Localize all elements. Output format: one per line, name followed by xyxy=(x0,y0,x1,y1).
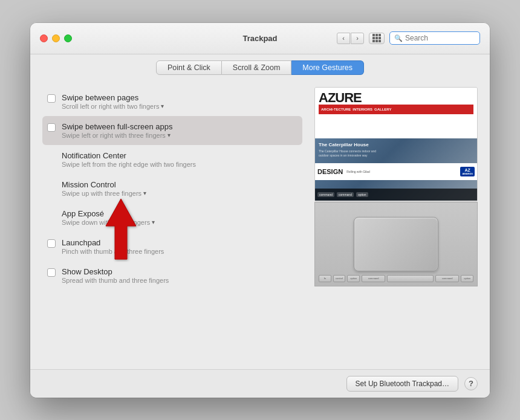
trackpad-window: Trackpad ‹ › 🔍 Point & Click Scroll & Zo xyxy=(30,23,490,398)
grid-icon xyxy=(372,34,381,42)
help-button[interactable]: ? xyxy=(464,377,478,390)
content: Swipe between pages Scroll left or right… xyxy=(30,81,490,369)
azure-hero-subtitle: The Caterpillar House connects indoor an… xyxy=(319,149,379,158)
setting-title-app-expose: App Exposé xyxy=(62,209,297,218)
nav-buttons: ‹ › xyxy=(337,33,364,44)
close-button[interactable] xyxy=(40,34,48,42)
search-icon: 🔍 xyxy=(394,34,403,42)
setting-show-desktop[interactable]: Show Desktop Spread with thumb and three… xyxy=(42,261,302,290)
tab-scroll-zoom[interactable]: Scroll & Zoom xyxy=(222,60,292,75)
setting-text-show-desktop: Show Desktop Spread with thumb and three… xyxy=(62,267,297,284)
checkbox-notification-center xyxy=(47,152,56,161)
trackpad-surface xyxy=(354,217,438,271)
setting-text-notification: Notification Center Swipe left from the … xyxy=(62,151,297,168)
content-wrapper: Swipe between pages Scroll left or right… xyxy=(30,81,490,369)
setting-title-swipe-pages: Swipe between pages xyxy=(62,93,297,102)
option-key: option xyxy=(356,192,368,197)
azure-bottom-strip: command command option xyxy=(315,189,477,201)
checkbox-app-expose xyxy=(47,210,56,219)
settings-list: Swipe between pages Scroll left or right… xyxy=(42,87,302,357)
search-box[interactable]: 🔍 xyxy=(389,31,480,45)
tab-point-click[interactable]: Point & Click xyxy=(156,60,222,75)
dropdown-arrow-expose: ▾ xyxy=(152,219,155,225)
dropdown-arrow-swipe-apps: ▾ xyxy=(167,132,171,138)
setting-swipe-apps[interactable]: Swipe between full-screen apps Swipe lef… xyxy=(42,116,302,145)
setting-title-swipe-apps: Swipe between full-screen apps xyxy=(62,122,297,131)
setting-notification-center[interactable]: Notification Center Swipe left from the … xyxy=(42,145,302,174)
titlebar: Trackpad ‹ › 🔍 xyxy=(30,23,490,54)
setting-text-mission-control: Mission Control Swipe up with three fing… xyxy=(62,180,297,197)
traffic-lights xyxy=(40,34,72,42)
setting-app-expose[interactable]: App Exposé Swipe down with three fingers… xyxy=(42,203,302,232)
kb-ctrl: control xyxy=(333,275,346,282)
checkbox-mission-control xyxy=(47,181,56,190)
setting-subtitle-launchpad: Pinch with thumb and three fingers xyxy=(62,248,297,255)
setting-subtitle-notification: Swipe left from the right edge with two … xyxy=(62,161,297,168)
checkbox-swipe-apps[interactable] xyxy=(47,123,56,132)
setting-subtitle-swipe-pages: Scroll left or right with two fingers ▾ xyxy=(62,103,297,110)
azure-nav: ARCHI-TECTURE INTERIORS GALLERY xyxy=(319,105,473,114)
setting-text-swipe-apps: Swipe between full-screen apps Swipe lef… xyxy=(62,122,297,139)
preview-image: AZURE ARCHI-TECTURE INTERIORS GALLERY Th… xyxy=(314,87,478,202)
setting-subtitle-swipe-apps: Swipe left or right with three fingers ▾ xyxy=(62,132,297,139)
tabs-bar: Point & Click Scroll & Zoom More Gesture… xyxy=(30,54,490,81)
back-button[interactable]: ‹ xyxy=(337,33,350,44)
design-label: DESIGN xyxy=(317,168,343,175)
azure-top: AZURE ARCHI-TECTURE INTERIORS GALLERY xyxy=(315,88,477,139)
search-input[interactable] xyxy=(405,34,475,42)
azure-logo: AZURE xyxy=(319,91,473,105)
grid-view-button[interactable] xyxy=(369,33,385,44)
kb-spacebar xyxy=(387,275,434,282)
az-badge: AZ AWARDS xyxy=(460,167,475,176)
window-title: Trackpad xyxy=(242,34,277,43)
checkbox-launchpad[interactable] xyxy=(47,239,56,248)
setting-subtitle-show-desktop: Spread with thumb and three fingers xyxy=(62,277,297,284)
setting-swipe-pages[interactable]: Swipe between pages Scroll left or right… xyxy=(42,87,302,116)
setting-title-launchpad: Launchpad xyxy=(62,238,297,247)
setting-subtitle-app-expose: Swipe down with three fingers ▾ xyxy=(62,219,297,226)
kb-fn: fn xyxy=(319,275,331,282)
setting-text-launchpad: Launchpad Pinch with thumb and three fin… xyxy=(62,238,297,255)
bottom-bar: Set Up Bluetooth Trackpad… ? xyxy=(30,369,490,398)
maximize-button[interactable] xyxy=(64,34,72,42)
setting-subtitle-mission-control: Swipe up with three fingers ▾ xyxy=(62,190,297,197)
checkbox-swipe-pages[interactable] xyxy=(47,94,56,103)
setting-launchpad[interactable]: Launchpad Pinch with thumb and three fin… xyxy=(42,232,302,261)
preview-area: AZURE ARCHI-TECTURE INTERIORS GALLERY Th… xyxy=(314,87,478,357)
azure-hero: The Caterpillar House The Caterpillar Ho… xyxy=(315,138,477,201)
dropdown-arrow-mission: ▾ xyxy=(143,190,146,196)
setting-text-swipe-pages: Swipe between pages Scroll left or right… xyxy=(62,93,297,110)
trackpad-hardware-preview: fn control option command command option xyxy=(314,202,478,286)
kb-option: option xyxy=(347,275,360,282)
setting-text-app-expose: App Exposé Swipe down with three fingers… xyxy=(62,209,297,226)
kb-option2: option xyxy=(461,275,473,282)
azure-hero-title: The Caterpillar House xyxy=(319,142,369,147)
setting-mission-control[interactable]: Mission Control Swipe up with three fing… xyxy=(42,174,302,203)
kb-command2: command xyxy=(435,275,459,282)
titlebar-right: ‹ › 🔍 xyxy=(337,31,480,45)
checkbox-show-desktop[interactable] xyxy=(47,268,56,277)
setting-title-mission-control: Mission Control xyxy=(62,180,297,189)
command-key: command xyxy=(317,192,334,197)
setting-title-notification: Notification Center xyxy=(62,151,297,160)
tab-more-gestures[interactable]: More Gestures xyxy=(291,60,364,75)
bluetooth-setup-button[interactable]: Set Up Bluetooth Trackpad… xyxy=(346,376,458,392)
keyboard-bottom: fn control option command command option xyxy=(319,275,473,282)
kb-command: command xyxy=(362,275,385,282)
setting-title-show-desktop: Show Desktop xyxy=(62,267,297,276)
minimize-button[interactable] xyxy=(52,34,60,42)
rolling-text: Rolling with Gilad xyxy=(346,170,370,174)
dropdown-arrow-swipe-pages: ▾ xyxy=(161,103,164,109)
forward-button[interactable]: › xyxy=(351,33,364,44)
command-key2: command xyxy=(337,192,354,197)
